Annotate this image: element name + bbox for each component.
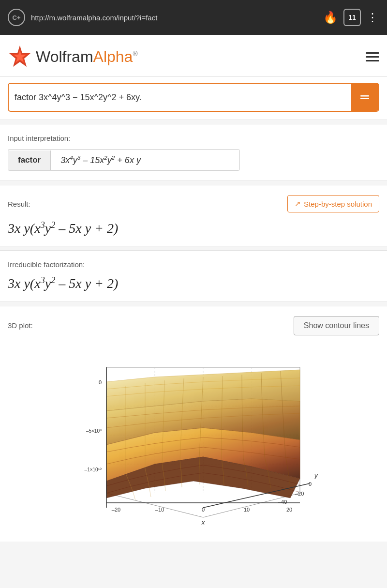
hamburger-menu-icon[interactable] [366,52,379,61]
svg-rect-3 [360,95,369,97]
irreducible-label: Irreducible factorization: [8,260,379,269]
browser-bar: C+ http://m.wolframalpha.com/input/?i=fa… [0,0,387,35]
svg-text:0: 0 [99,379,102,385]
svg-line-7 [106,493,203,517]
show-contour-lines-button[interactable]: Show contour lines [294,316,379,335]
svg-text:–10: –10 [155,507,164,513]
logo-reg: ® [133,50,137,58]
interpretation-box: factor 3x4y3 – 15x2y2 + 6x y [8,149,240,171]
irreducible-expression: 3x y(x3y2 – 5x y + 2) [8,275,379,291]
external-link-icon: ↗ [295,199,301,208]
svg-rect-4 [360,98,369,100]
flame-icon[interactable]: 🔥 [323,11,338,24]
logo-wolfram-text: Wolfram [36,48,93,65]
plot-section: 3D plot: Show contour lines [0,306,387,542]
plot-label: 3D plot: [8,321,33,330]
result-header: Result: ↗ Step-by-step solution [8,195,379,212]
interpretation-keyword: factor [8,151,51,170]
svg-text:–20: –20 [112,507,120,513]
wa-logo: WolframAlpha® [8,45,138,69]
svg-text:–40: –40 [278,499,287,505]
result-label: Result: [8,200,30,208]
input-interpretation-label: Input interpretation: [8,134,379,142]
plot-header: 3D plot: Show contour lines [8,316,379,335]
wa-header: WolframAlpha® [0,35,387,77]
search-box [8,83,379,112]
equals-icon [359,91,371,103]
search-submit-button[interactable] [351,84,378,111]
search-container [0,77,387,120]
url-bar[interactable]: http://m.wolframalpha.com/input/?i=fact [31,14,317,22]
svg-text:y: y [314,472,318,479]
step-by-step-button[interactable]: ↗ Step-by-step solution [287,195,379,212]
interpretation-expression: 3x4y3 – 15x2y2 + 6x y [51,150,150,170]
svg-text:–1×10¹⁰: –1×10¹⁰ [85,467,102,472]
result-section: Result: ↗ Step-by-step solution 3x y(x3y… [0,185,387,246]
more-options-icon[interactable]: ⋮ [367,11,379,24]
svg-text:0: 0 [309,481,312,487]
svg-text:x: x [201,519,205,526]
input-interpretation-section: Input interpretation: factor 3x4y3 – 15x… [0,124,387,181]
plot-container: 0 –5×10⁹ –1×10¹⁰ –20 –10 0 10 20 x 0 –20… [8,343,379,532]
search-input[interactable] [9,86,351,109]
3d-plot-svg: 0 –5×10⁹ –1×10¹⁰ –20 –10 0 10 20 x 0 –20… [58,343,329,532]
svg-text:10: 10 [244,507,250,513]
svg-text:20: 20 [286,507,292,513]
svg-text:0: 0 [202,507,205,513]
svg-text:–20: –20 [295,491,304,497]
logo-alpha-text: Alpha [93,48,133,65]
wa-star-logo [8,45,32,69]
tab-count-badge[interactable]: 11 [343,9,361,26]
svg-text:–5×10⁹: –5×10⁹ [86,428,102,434]
cplusplus-icon[interactable]: C+ [8,9,25,26]
irreducible-section: Irreducible factorization: 3x y(x3y2 – 5… [0,250,387,302]
result-expression: 3x y(x3y2 – 5x y + 2) [8,220,379,236]
